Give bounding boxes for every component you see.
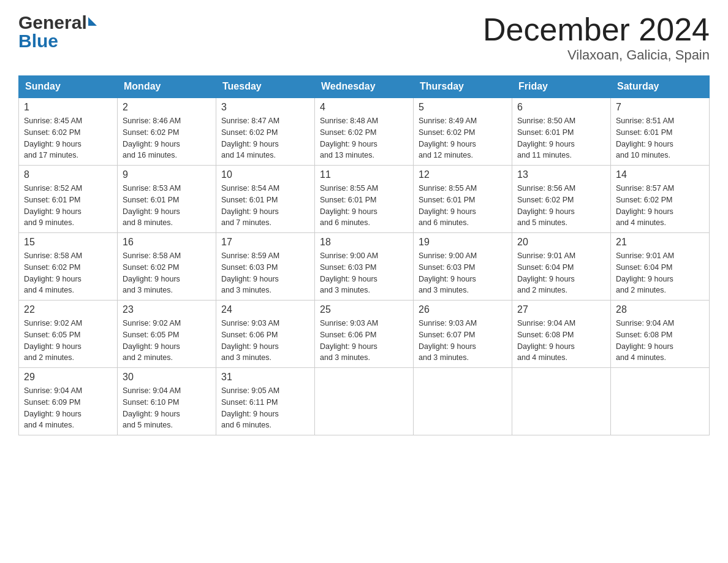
day-number: 17	[221, 237, 309, 248]
calendar-subtitle: Vilaxoan, Galicia, Spain	[483, 47, 710, 63]
day-number: 1	[24, 102, 112, 113]
calendar-cell: 7 Sunrise: 8:51 AM Sunset: 6:01 PM Dayli…	[611, 98, 710, 166]
calendar-cell: 11 Sunrise: 8:55 AM Sunset: 6:01 PM Dayl…	[315, 166, 414, 233]
calendar-cell: 21 Sunrise: 9:01 AM Sunset: 6:04 PM Dayl…	[611, 233, 710, 301]
calendar-cell: 17 Sunrise: 8:59 AM Sunset: 6:03 PM Dayl…	[216, 233, 315, 301]
title-section: December 2024 Vilaxoan, Galicia, Spain	[483, 12, 710, 63]
calendar-cell: 4 Sunrise: 8:48 AM Sunset: 6:02 PM Dayli…	[315, 98, 414, 166]
header-sunday: Sunday	[19, 76, 118, 98]
day-info: Sunrise: 9:04 AM Sunset: 6:09 PM Dayligh…	[24, 385, 112, 431]
calendar-cell: 13 Sunrise: 8:56 AM Sunset: 6:02 PM Dayl…	[512, 166, 611, 233]
header-friday: Friday	[512, 76, 611, 98]
calendar-table: SundayMondayTuesdayWednesdayThursdayFrid…	[18, 75, 710, 435]
logo: General Blue	[18, 12, 97, 52]
day-number: 5	[419, 102, 507, 113]
day-number: 28	[616, 304, 704, 315]
day-number: 9	[123, 169, 211, 180]
day-number: 4	[320, 102, 408, 113]
week-row-3: 15 Sunrise: 8:58 AM Sunset: 6:02 PM Dayl…	[19, 233, 710, 301]
day-info: Sunrise: 8:51 AM Sunset: 6:01 PM Dayligh…	[616, 115, 704, 161]
calendar-cell: 2 Sunrise: 8:46 AM Sunset: 6:02 PM Dayli…	[118, 98, 216, 166]
calendar-cell	[315, 368, 414, 435]
calendar-cell: 30 Sunrise: 9:04 AM Sunset: 6:10 PM Dayl…	[118, 368, 216, 435]
day-info: Sunrise: 8:46 AM Sunset: 6:02 PM Dayligh…	[123, 115, 211, 161]
logo-arrow-icon	[88, 17, 97, 26]
calendar-cell: 16 Sunrise: 8:58 AM Sunset: 6:02 PM Dayl…	[118, 233, 216, 301]
day-info: Sunrise: 8:58 AM Sunset: 6:02 PM Dayligh…	[24, 250, 112, 296]
week-row-5: 29 Sunrise: 9:04 AM Sunset: 6:09 PM Dayl…	[19, 368, 710, 435]
day-number: 10	[221, 169, 309, 180]
day-number: 25	[320, 304, 408, 315]
day-info: Sunrise: 8:56 AM Sunset: 6:02 PM Dayligh…	[517, 183, 605, 229]
calendar-header-row: SundayMondayTuesdayWednesdayThursdayFrid…	[19, 76, 710, 98]
day-number: 13	[517, 169, 605, 180]
day-info: Sunrise: 8:45 AM Sunset: 6:02 PM Dayligh…	[24, 115, 112, 161]
calendar-cell: 5 Sunrise: 8:49 AM Sunset: 6:02 PM Dayli…	[414, 98, 512, 166]
logo-general-text: General	[18, 12, 87, 33]
day-number: 11	[320, 169, 408, 180]
day-info: Sunrise: 8:58 AM Sunset: 6:02 PM Dayligh…	[123, 250, 211, 296]
day-info: Sunrise: 8:54 AM Sunset: 6:01 PM Dayligh…	[221, 183, 309, 229]
day-info: Sunrise: 8:55 AM Sunset: 6:01 PM Dayligh…	[419, 183, 507, 229]
day-info: Sunrise: 9:04 AM Sunset: 6:08 PM Dayligh…	[616, 318, 704, 364]
day-info: Sunrise: 9:04 AM Sunset: 6:10 PM Dayligh…	[123, 385, 211, 431]
day-number: 15	[24, 237, 112, 248]
calendar-cell: 23 Sunrise: 9:02 AM Sunset: 6:05 PM Dayl…	[118, 301, 216, 368]
day-number: 23	[123, 304, 211, 315]
calendar-cell: 8 Sunrise: 8:52 AM Sunset: 6:01 PM Dayli…	[19, 166, 118, 233]
day-number: 6	[517, 102, 605, 113]
calendar-cell: 9 Sunrise: 8:53 AM Sunset: 6:01 PM Dayli…	[118, 166, 216, 233]
calendar-cell: 1 Sunrise: 8:45 AM Sunset: 6:02 PM Dayli…	[19, 98, 118, 166]
header-tuesday: Tuesday	[216, 76, 315, 98]
calendar-cell: 3 Sunrise: 8:47 AM Sunset: 6:02 PM Dayli…	[216, 98, 315, 166]
day-number: 21	[616, 237, 704, 248]
calendar-cell: 31 Sunrise: 9:05 AM Sunset: 6:11 PM Dayl…	[216, 368, 315, 435]
day-info: Sunrise: 8:52 AM Sunset: 6:01 PM Dayligh…	[24, 183, 112, 229]
day-number: 14	[616, 169, 704, 180]
calendar-cell	[512, 368, 611, 435]
day-number: 29	[24, 372, 112, 383]
calendar-cell: 18 Sunrise: 9:00 AM Sunset: 6:03 PM Dayl…	[315, 233, 414, 301]
calendar-cell: 10 Sunrise: 8:54 AM Sunset: 6:01 PM Dayl…	[216, 166, 315, 233]
day-info: Sunrise: 9:00 AM Sunset: 6:03 PM Dayligh…	[320, 250, 408, 296]
calendar-cell: 19 Sunrise: 9:00 AM Sunset: 6:03 PM Dayl…	[414, 233, 512, 301]
calendar-cell	[414, 368, 512, 435]
day-info: Sunrise: 9:01 AM Sunset: 6:04 PM Dayligh…	[616, 250, 704, 296]
day-number: 24	[221, 304, 309, 315]
day-number: 12	[419, 169, 507, 180]
logo-blue-text: Blue	[18, 31, 97, 52]
calendar-cell: 22 Sunrise: 9:02 AM Sunset: 6:05 PM Dayl…	[19, 301, 118, 368]
calendar-cell: 15 Sunrise: 8:58 AM Sunset: 6:02 PM Dayl…	[19, 233, 118, 301]
calendar-cell: 20 Sunrise: 9:01 AM Sunset: 6:04 PM Dayl…	[512, 233, 611, 301]
day-info: Sunrise: 8:53 AM Sunset: 6:01 PM Dayligh…	[123, 183, 211, 229]
day-info: Sunrise: 8:50 AM Sunset: 6:01 PM Dayligh…	[517, 115, 605, 161]
day-number: 16	[123, 237, 211, 248]
day-number: 30	[123, 372, 211, 383]
page-header: General Blue December 2024 Vilaxoan, Gal…	[18, 12, 710, 63]
day-info: Sunrise: 8:59 AM Sunset: 6:03 PM Dayligh…	[221, 250, 309, 296]
day-number: 19	[419, 237, 507, 248]
day-info: Sunrise: 9:01 AM Sunset: 6:04 PM Dayligh…	[517, 250, 605, 296]
calendar-cell: 26 Sunrise: 9:03 AM Sunset: 6:07 PM Dayl…	[414, 301, 512, 368]
day-info: Sunrise: 9:03 AM Sunset: 6:07 PM Dayligh…	[419, 318, 507, 364]
day-info: Sunrise: 9:04 AM Sunset: 6:08 PM Dayligh…	[517, 318, 605, 364]
day-info: Sunrise: 9:03 AM Sunset: 6:06 PM Dayligh…	[320, 318, 408, 364]
week-row-2: 8 Sunrise: 8:52 AM Sunset: 6:01 PM Dayli…	[19, 166, 710, 233]
week-row-4: 22 Sunrise: 9:02 AM Sunset: 6:05 PM Dayl…	[19, 301, 710, 368]
header-thursday: Thursday	[414, 76, 512, 98]
day-info: Sunrise: 9:02 AM Sunset: 6:05 PM Dayligh…	[24, 318, 112, 364]
day-info: Sunrise: 8:55 AM Sunset: 6:01 PM Dayligh…	[320, 183, 408, 229]
day-info: Sunrise: 8:57 AM Sunset: 6:02 PM Dayligh…	[616, 183, 704, 229]
calendar-cell: 28 Sunrise: 9:04 AM Sunset: 6:08 PM Dayl…	[611, 301, 710, 368]
day-info: Sunrise: 8:47 AM Sunset: 6:02 PM Dayligh…	[221, 115, 309, 161]
day-number: 8	[24, 169, 112, 180]
day-info: Sunrise: 9:03 AM Sunset: 6:06 PM Dayligh…	[221, 318, 309, 364]
header-wednesday: Wednesday	[315, 76, 414, 98]
calendar-cell: 29 Sunrise: 9:04 AM Sunset: 6:09 PM Dayl…	[19, 368, 118, 435]
calendar-title: December 2024	[483, 12, 710, 47]
calendar-cell: 6 Sunrise: 8:50 AM Sunset: 6:01 PM Dayli…	[512, 98, 611, 166]
day-number: 22	[24, 304, 112, 315]
calendar-cell: 12 Sunrise: 8:55 AM Sunset: 6:01 PM Dayl…	[414, 166, 512, 233]
day-number: 18	[320, 237, 408, 248]
day-number: 26	[419, 304, 507, 315]
